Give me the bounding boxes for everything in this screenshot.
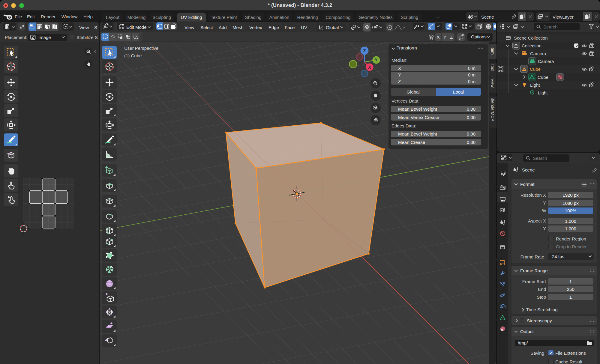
svg-text:Y: Y bbox=[375, 58, 378, 62]
svg-text:Z: Z bbox=[363, 48, 366, 53]
svg-text:X: X bbox=[368, 65, 371, 70]
